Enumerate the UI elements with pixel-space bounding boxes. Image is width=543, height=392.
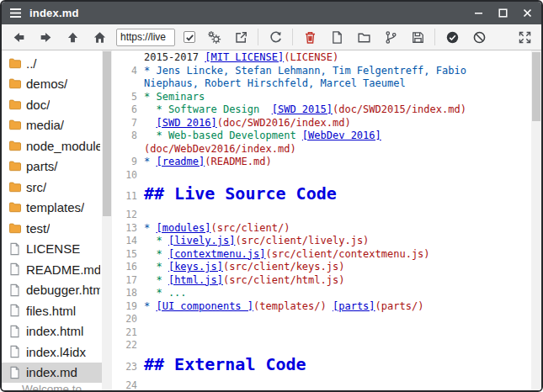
file-item-index.md[interactable]: index.md <box>2 363 102 384</box>
menu-icon[interactable] <box>9 8 22 19</box>
sidebar-scrollbar[interactable] <box>102 50 112 390</box>
toolbar-checkbox[interactable] <box>184 31 195 43</box>
file-item-label: README.md <box>26 262 100 277</box>
new-folder-button[interactable] <box>352 27 375 48</box>
code-line[interactable]: * [readme](README.md) <box>137 156 272 169</box>
save-button[interactable] <box>406 27 429 48</box>
scrollbar-thumb[interactable] <box>532 52 540 121</box>
editor-scrollbar[interactable] <box>531 50 541 390</box>
up-button[interactable] <box>61 27 84 48</box>
line-number: 5 <box>112 91 137 104</box>
forward-button[interactable] <box>34 27 57 48</box>
file-item-test[interactable]: test/ <box>2 218 102 239</box>
home-button[interactable] <box>88 27 111 48</box>
code-token: [SWD 2016] <box>156 117 216 129</box>
line-number: 12 <box>112 209 137 222</box>
gears-icon <box>207 30 221 45</box>
code-row: 19* [UI components ](templates/) [parts]… <box>112 300 531 314</box>
line-number: 8 <box>112 130 137 143</box>
code-line[interactable]: 2015-2017 [MIT LICENSE](LICENSE) <box>137 51 338 65</box>
code-token: (parts/) <box>375 300 424 312</box>
maximize-icon <box>498 8 508 19</box>
code-token: ## External Code <box>144 354 306 374</box>
file-item-label: ../ <box>26 56 37 71</box>
open-in-new-window-button[interactable] <box>229 27 253 48</box>
line-number: 11 <box>112 184 137 209</box>
code-line[interactable] <box>137 326 150 340</box>
code-line[interactable]: ## Live Source Code <box>137 182 337 206</box>
code-line[interactable] <box>137 313 150 326</box>
code-line[interactable]: (doc/WebDev2016/index.md) <box>137 143 296 156</box>
file-item-..[interactable]: ../ <box>2 53 102 74</box>
file-item-demos[interactable]: demos/ <box>2 74 102 95</box>
url-input[interactable] <box>116 29 175 46</box>
code-row: 7 [SWD 2016](doc/SWD2016/index.md) <box>112 117 531 130</box>
code-line[interactable]: [SWD 2016](doc/SWD2016/index.md) <box>137 117 351 130</box>
code-line[interactable]: ## External Code <box>137 352 306 377</box>
code-line[interactable] <box>137 169 150 183</box>
toolbar <box>2 24 541 50</box>
code-line[interactable]: * Software Design [SWD 2015](doc/SWD2015… <box>137 103 466 117</box>
code-line[interactable]: * [keys.js](src/client/keys.js) <box>137 261 344 274</box>
file-item-readme.md[interactable]: README.md <box>2 259 102 280</box>
file-item-templates[interactable]: templates/ <box>2 198 102 219</box>
arrow-up-icon <box>66 30 80 45</box>
code-line[interactable]: * Jens Lincke, Stefan Lehmann, Tim Felge… <box>137 65 466 78</box>
code-token: * <box>144 248 168 260</box>
code-line[interactable] <box>137 379 150 391</box>
folder-icon <box>8 181 22 193</box>
file-item-license[interactable]: LICENSE <box>2 239 102 260</box>
file-item-debugger.html[interactable]: debugger.html <box>2 280 102 301</box>
close-button[interactable] <box>520 7 534 20</box>
code-line[interactable] <box>137 209 150 222</box>
cancel-button[interactable] <box>467 27 491 48</box>
code-line[interactable]: * ... <box>137 287 187 300</box>
code-token: [WebDev 2016] <box>302 130 381 141</box>
accept-button[interactable] <box>440 27 464 48</box>
code-token: (src/client/keys.js) <box>223 261 345 273</box>
file-item-doc[interactable]: doc/ <box>2 94 102 115</box>
code-row: 14 * [lively.js](src/client/lively.js) <box>112 235 531 248</box>
reload-button[interactable] <box>264 27 287 48</box>
delete-button[interactable] <box>298 27 322 48</box>
back-button[interactable] <box>7 27 30 48</box>
code-token: * Software Design <box>144 103 272 115</box>
scrollbar-thumb[interactable] <box>103 51 111 216</box>
code-line[interactable]: * Seminars <box>137 91 205 104</box>
file-item-index.l4idx[interactable]: index.l4idx <box>2 342 102 363</box>
code-line[interactable]: * [lively.js](src/client/lively.js) <box>137 235 369 248</box>
code-row: 2015-2017 [MIT LICENSE](LICENSE) <box>112 51 531 65</box>
maximize-button[interactable] <box>496 7 509 20</box>
folder-icon <box>8 57 22 70</box>
branch-icon <box>384 30 398 45</box>
versions-button[interactable] <box>379 27 402 48</box>
file-item-files.html[interactable]: files.html <box>2 300 102 321</box>
toolbar-actions-group <box>202 27 536 48</box>
file-item-index.html[interactable]: index.html <box>2 321 102 342</box>
code-token: * Web-based Development <box>144 130 302 141</box>
checkmark-icon <box>185 33 194 42</box>
code-token: * <box>144 300 156 312</box>
code-line[interactable]: Niephaus, Robert Hirschfeld, Marcel Taeu… <box>137 77 406 91</box>
file-item-parts[interactable]: parts/ <box>2 156 102 177</box>
code-line[interactable] <box>137 339 150 352</box>
code-token: (src/client/) <box>210 222 290 234</box>
code-line[interactable]: * [UI components ](templates/) [parts](p… <box>137 300 423 314</box>
toolbar-separator <box>292 29 293 45</box>
file-item-label: debugger.html <box>26 283 100 297</box>
code-line[interactable]: * Web-based Development [WebDev 2016] <box>137 130 381 143</box>
new-file-button[interactable] <box>325 27 349 48</box>
code-line[interactable]: * [html.js](src/client/html.js) <box>137 274 344 288</box>
code-token: (src/client/lively.js) <box>235 235 369 246</box>
toolbar-separator <box>258 29 258 45</box>
file-item-node_modules[interactable]: node_modules/ <box>2 135 102 156</box>
code-line[interactable]: * [contextmenu.js](src/client/contextmen… <box>137 248 430 262</box>
file-item-src[interactable]: src/ <box>2 177 102 198</box>
minimize-button[interactable] <box>471 7 485 20</box>
settings-button[interactable] <box>202 27 226 48</box>
code-line[interactable]: * [modules](src/client/) <box>137 222 290 236</box>
code-token: [lively.js] <box>168 235 235 246</box>
file-item-label: index.md <box>26 365 77 379</box>
file-item-media[interactable]: media/ <box>2 115 102 136</box>
fullscreen-button[interactable] <box>513 27 536 48</box>
